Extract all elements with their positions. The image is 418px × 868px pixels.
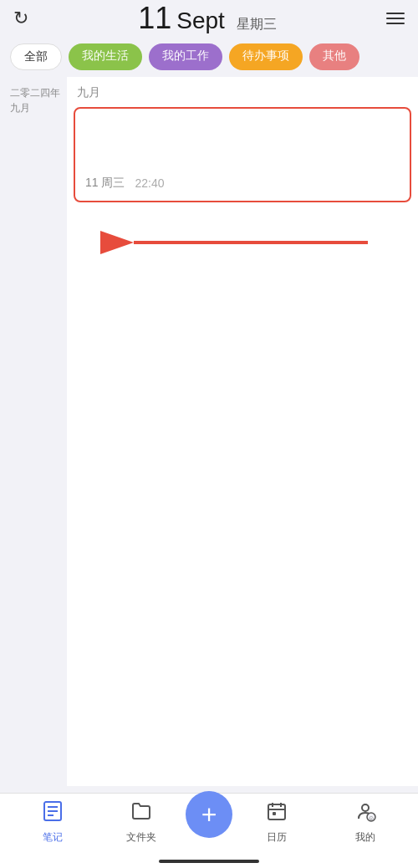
nav-label-folder: 文件夹 — [126, 830, 156, 845]
folder-icon — [130, 800, 152, 827]
header-day: 11 — [138, 3, 171, 33]
bottom-indicator — [159, 860, 259, 863]
tab-life[interactable]: 我的生活 — [69, 43, 142, 70]
header-weekday: 星期三 — [237, 16, 277, 33]
nav-item-calendar[interactable]: 日历 — [232, 800, 321, 845]
tab-all[interactable]: 全部 — [10, 43, 62, 70]
bottom-nav: 笔记 文件夹 + 日历 — [0, 793, 418, 868]
svg-rect-6 — [268, 804, 285, 819]
svg-point-11 — [362, 804, 369, 811]
right-content: 九月 11 周三 22:40 — [67, 77, 418, 786]
nav-item-profile[interactable]: ☺ 我的 — [321, 800, 410, 845]
svg-rect-10 — [273, 812, 276, 815]
menu-line-3 — [386, 23, 405, 24]
nav-label-notes: 笔记 — [43, 830, 63, 845]
menu-icon[interactable] — [386, 13, 405, 24]
content-wrapper: 二零二四年 九月 九月 11 周三 22:40 — [0, 77, 418, 786]
note-card-content — [85, 119, 400, 169]
sidebar-date: 二零二四年 九月 — [7, 85, 60, 115]
profile-icon: ☺ — [354, 800, 376, 827]
note-date: 11 周三 — [85, 176, 125, 191]
menu-line-1 — [386, 13, 405, 14]
tab-todo[interactable]: 待办事项 — [229, 43, 303, 70]
calendar-icon — [266, 800, 288, 827]
arrow-svg — [84, 217, 401, 268]
header-month: Sept — [176, 8, 225, 34]
menu-line-2 — [386, 18, 405, 19]
add-icon: + — [201, 801, 217, 828]
note-card[interactable]: 11 周三 22:40 — [74, 107, 411, 202]
svg-text:☺: ☺ — [368, 814, 375, 822]
arrow-annotation — [67, 209, 418, 276]
nav-add-button[interactable]: + — [186, 791, 232, 838]
nav-item-folder[interactable]: 文件夹 — [97, 800, 186, 845]
notes-icon — [42, 800, 64, 827]
refresh-icon[interactable]: ↻ — [13, 8, 28, 29]
section-title: 九月 — [67, 77, 418, 104]
nav-label-calendar: 日历 — [267, 830, 287, 845]
header-title: 11 Sept 星期三 — [138, 3, 277, 34]
header-bar: ↻ 11 Sept 星期三 — [0, 0, 418, 37]
nav-label-profile: 我的 — [355, 830, 375, 845]
note-card-footer: 11 周三 22:40 — [85, 176, 400, 191]
tab-other[interactable]: 其他 — [309, 43, 359, 70]
nav-item-notes[interactable]: 笔记 — [8, 800, 97, 845]
tab-work[interactable]: 我的工作 — [149, 43, 222, 70]
category-tabs: 全部 我的生活 我的工作 待办事项 其他 — [0, 37, 418, 77]
note-time: 22:40 — [135, 176, 164, 190]
left-sidebar: 二零二四年 九月 — [0, 77, 67, 786]
